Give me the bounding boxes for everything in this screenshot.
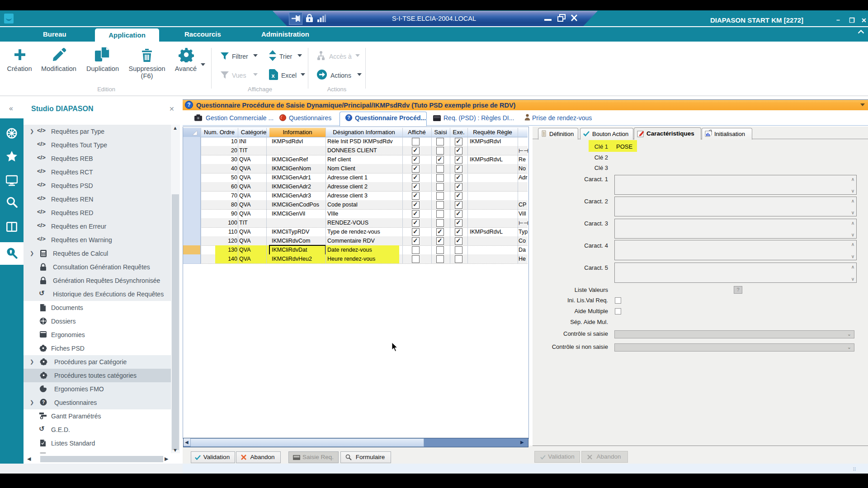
svg-text:x: x bbox=[271, 72, 275, 79]
svg-text:?: ? bbox=[347, 115, 350, 120]
svg-text:?: ? bbox=[42, 400, 45, 405]
svg-text:?: ? bbox=[187, 102, 190, 108]
